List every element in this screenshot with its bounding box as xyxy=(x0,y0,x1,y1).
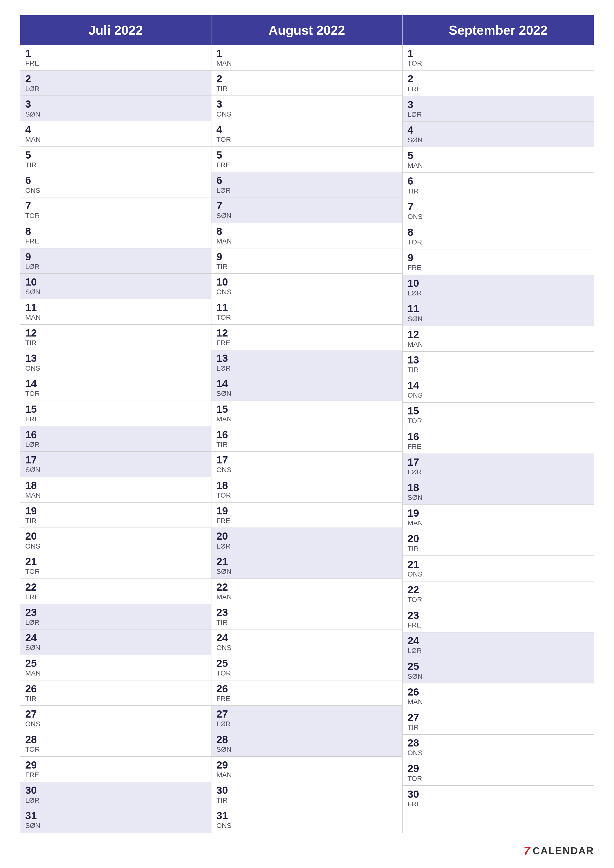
day-row: 27LØR xyxy=(211,706,402,731)
day-row: 5TIR xyxy=(20,147,211,172)
day-number: 4 xyxy=(407,124,589,136)
day-row: 2FRE xyxy=(403,71,594,96)
day-name: MAN xyxy=(25,669,206,677)
day-name: FRE xyxy=(25,415,206,423)
day-number: 16 xyxy=(25,429,206,440)
day-row: 25TOR xyxy=(211,655,402,680)
day-row: 21SØN xyxy=(211,553,402,579)
day-number: 2 xyxy=(407,73,589,85)
day-number: 12 xyxy=(407,329,589,340)
day-number: 25 xyxy=(407,661,589,672)
day-name: LØR xyxy=(216,542,397,550)
day-row: 21ONS xyxy=(403,556,594,581)
day-number: 15 xyxy=(407,405,589,417)
day-name: SØN xyxy=(216,212,397,220)
month-header-1: August 2022 xyxy=(211,16,402,45)
day-name: TOR xyxy=(25,389,206,398)
day-number: 8 xyxy=(216,226,397,237)
day-number: 18 xyxy=(216,480,397,491)
day-row: 27TIR xyxy=(403,709,594,735)
day-name: MAN xyxy=(407,340,589,349)
day-number: 14 xyxy=(25,378,206,389)
day-row: 28SØN xyxy=(211,731,402,756)
day-row: 31ONS xyxy=(211,808,402,833)
day-name: TIR xyxy=(407,366,589,374)
day-name: TIR xyxy=(216,440,397,449)
day-number: 7 xyxy=(25,200,206,212)
day-name: TOR xyxy=(25,212,206,220)
day-name: SØN xyxy=(25,110,206,119)
day-name: TIR xyxy=(25,517,206,525)
day-number: 5 xyxy=(216,149,397,161)
day-row: 5MAN xyxy=(403,147,594,173)
day-rows-0: 1FRE2LØR3SØN4MAN5TIR6ONS7TOR8FRE9LØR10SØ… xyxy=(20,45,211,833)
day-name: MAN xyxy=(407,698,589,706)
day-row: 10ONS xyxy=(211,274,402,299)
day-name: LØR xyxy=(25,440,206,449)
day-row: 14SØN xyxy=(211,375,402,401)
day-row: 16TIR xyxy=(211,426,402,452)
day-number: 8 xyxy=(407,227,589,238)
day-name: ONS xyxy=(216,643,397,652)
day-number: 11 xyxy=(216,302,397,313)
day-number: 14 xyxy=(407,380,589,391)
day-row: 16FRE xyxy=(403,428,594,454)
day-name: LØR xyxy=(25,618,206,627)
day-row: 2LØR xyxy=(20,71,211,96)
day-number: 30 xyxy=(216,784,397,796)
day-name: MAN xyxy=(216,237,397,245)
day-number: 6 xyxy=(25,175,206,186)
day-name: TIR xyxy=(216,262,397,271)
day-row: 8TOR xyxy=(403,224,594,250)
day-row: 30LØR xyxy=(20,782,211,808)
day-row: 18MAN xyxy=(20,477,211,502)
day-number: 31 xyxy=(25,810,206,822)
day-row: 13LØR xyxy=(211,350,402,375)
day-number: 17 xyxy=(407,457,589,468)
day-name: TIR xyxy=(25,339,206,347)
day-number: 18 xyxy=(407,482,589,493)
day-name: SØN xyxy=(25,643,206,652)
day-number: 23 xyxy=(216,607,397,618)
day-row: 11TOR xyxy=(211,299,402,325)
day-number: 1 xyxy=(216,48,397,59)
day-number: 17 xyxy=(216,454,397,466)
day-row: 1MAN xyxy=(211,45,402,71)
day-name: TIR xyxy=(216,85,397,93)
day-name: TIR xyxy=(216,796,397,804)
day-number: 8 xyxy=(25,226,206,237)
day-name: FRE xyxy=(407,264,589,272)
day-row: 4SØN xyxy=(403,122,594,147)
day-name: SØN xyxy=(25,466,206,474)
day-row: 28ONS xyxy=(403,735,594,760)
day-name: FRE xyxy=(25,237,206,245)
day-row: 20LØR xyxy=(211,528,402,553)
day-name: ONS xyxy=(216,822,397,830)
day-name: ONS xyxy=(25,720,206,728)
day-number: 15 xyxy=(25,403,206,415)
day-row: 19TIR xyxy=(20,502,211,528)
day-name: TOR xyxy=(407,595,589,604)
day-name: FRE xyxy=(216,694,397,703)
day-name: ONS xyxy=(25,364,206,373)
day-name: FRE xyxy=(407,621,589,629)
day-row: 5FRE xyxy=(211,147,402,172)
day-row: 6LØR xyxy=(211,172,402,198)
day-name: ONS xyxy=(407,391,589,400)
day-row: 9LØR xyxy=(20,248,211,274)
day-name: LØR xyxy=(407,110,589,119)
day-number: 10 xyxy=(216,276,397,288)
day-number: 22 xyxy=(216,581,397,593)
day-name: TIR xyxy=(407,187,589,195)
day-name: ONS xyxy=(216,288,397,296)
day-row: 26FRE xyxy=(211,680,402,706)
day-name: SØN xyxy=(216,567,397,576)
day-name: LØR xyxy=(216,186,397,195)
day-row: 12TIR xyxy=(20,325,211,350)
day-name: LØR xyxy=(407,646,589,655)
day-number: 20 xyxy=(407,533,589,544)
day-name: FRE xyxy=(407,442,589,451)
day-row: 2TIR xyxy=(211,71,402,96)
day-name: ONS xyxy=(407,570,589,578)
day-name: FRE xyxy=(216,161,397,169)
